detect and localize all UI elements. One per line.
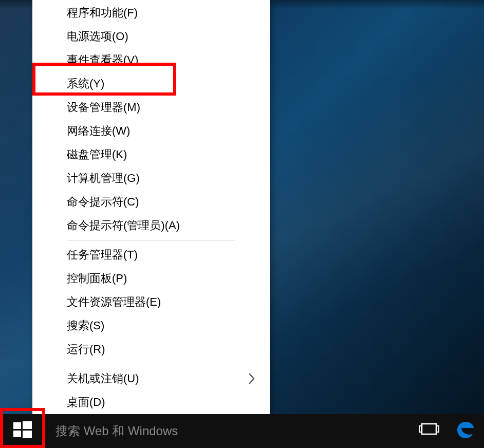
svg-rect-4 [422, 424, 436, 434]
menu-item-command-prompt[interactable]: 命令提示符(C) [32, 190, 270, 214]
menu-item-control-panel[interactable]: 控制面板(P) [32, 267, 270, 290]
winx-context-menu: 程序和功能(F) 电源选项(O) 事件查看器(V) 系统(Y) 设备管理器(M)… [32, 0, 270, 419]
menu-item-disk-management[interactable]: 磁盘管理(K) [32, 143, 270, 166]
menu-item-programs-features[interactable]: 程序和功能(F) [32, 1, 270, 25]
svg-rect-5 [419, 426, 421, 432]
menu-item-label: 运行(R) [67, 342, 259, 357]
taskbar: 搜索 Web 和 Windows [0, 414, 484, 448]
edge-browser-button[interactable] [447, 414, 484, 448]
start-button[interactable] [0, 414, 45, 448]
task-view-button[interactable] [411, 414, 447, 448]
menu-item-label: 计算机管理(G) [67, 171, 259, 186]
menu-item-label: 程序和功能(F) [67, 5, 259, 21]
menu-group-1: 程序和功能(F) 电源选项(O) 事件查看器(V) 系统(Y) 设备管理器(M)… [32, 1, 270, 237]
svg-rect-6 [437, 426, 439, 432]
menu-item-label: 网络连接(W) [67, 123, 259, 139]
menu-item-run[interactable]: 运行(R) [32, 338, 270, 361]
menu-separator [67, 364, 235, 364]
menu-item-power-options[interactable]: 电源选项(O) [32, 25, 270, 48]
menu-item-label: 设备管理器(M) [67, 100, 259, 115]
menu-item-event-viewer[interactable]: 事件查看器(V) [32, 48, 270, 72]
menu-item-label: 事件查看器(V) [67, 52, 259, 68]
svg-rect-1 [23, 421, 32, 429]
menu-item-label: 命令提示符(管理员)(A) [67, 218, 259, 233]
menu-item-search[interactable]: 搜索(S) [32, 314, 270, 338]
menu-item-label: 系统(Y) [67, 76, 259, 91]
menu-item-label: 磁盘管理(K) [67, 147, 259, 162]
menu-item-label: 文件资源管理器(E) [67, 294, 259, 310]
svg-rect-0 [13, 422, 21, 429]
taskbar-search-box[interactable]: 搜索 Web 和 Windows [45, 414, 374, 448]
menu-separator [67, 240, 235, 240]
menu-item-file-explorer[interactable]: 文件资源管理器(E) [32, 290, 270, 314]
chevron-right-icon [248, 372, 256, 385]
menu-item-label: 搜索(S) [67, 318, 259, 333]
task-view-icon [419, 422, 439, 440]
svg-rect-2 [13, 431, 21, 437]
edge-icon [456, 421, 475, 441]
menu-item-desktop[interactable]: 桌面(D) [32, 390, 270, 414]
menu-item-computer-management[interactable]: 计算机管理(G) [32, 166, 270, 190]
menu-item-device-manager[interactable]: 设备管理器(M) [32, 96, 270, 119]
menu-item-label: 控制面板(P) [67, 271, 259, 286]
menu-item-label: 命令提示符(C) [67, 194, 259, 210]
menu-item-label: 任务管理器(T) [67, 247, 259, 263]
menu-item-command-prompt-admin[interactable]: 命令提示符(管理员)(A) [32, 214, 270, 237]
menu-group-2: 任务管理器(T) 控制面板(P) 文件资源管理器(E) 搜索(S) 运行(R) [32, 243, 270, 361]
menu-item-label: 关机或注销(U) [67, 371, 259, 386]
menu-item-label: 桌面(D) [67, 395, 259, 410]
menu-item-label: 电源选项(O) [67, 29, 259, 44]
menu-item-task-manager[interactable]: 任务管理器(T) [32, 243, 270, 267]
svg-rect-3 [23, 431, 32, 438]
menu-item-network-connections[interactable]: 网络连接(W) [32, 119, 270, 143]
windows-logo-icon [13, 421, 32, 441]
search-placeholder-text: 搜索 Web 和 Windows [55, 423, 178, 439]
menu-item-shutdown-signout[interactable]: 关机或注销(U) [32, 367, 270, 390]
menu-item-system[interactable]: 系统(Y) [32, 72, 270, 96]
menu-group-3: 关机或注销(U) 桌面(D) [32, 367, 270, 414]
